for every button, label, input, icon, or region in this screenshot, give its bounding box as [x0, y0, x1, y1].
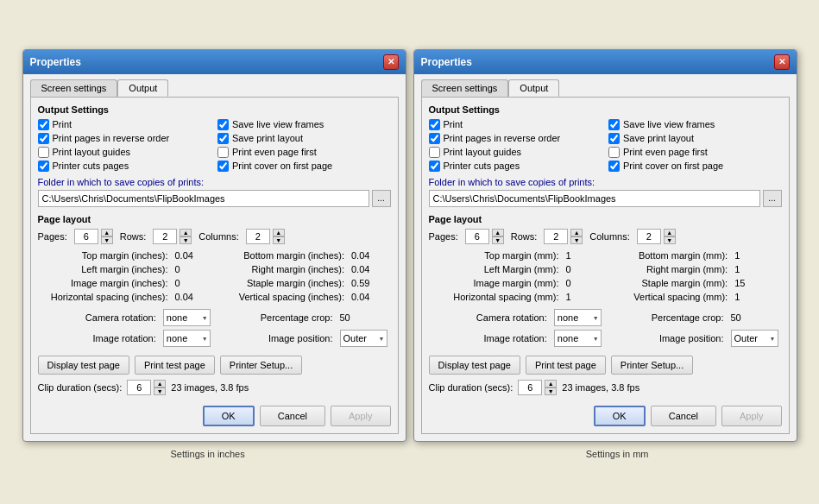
left-ok-button[interactable]: OK	[203, 406, 255, 426]
left-pct-crop-label: Percentage crop:	[214, 307, 337, 328]
right-tab-output[interactable]: Output	[508, 79, 559, 97]
right-checkbox-even-page-label: Print even page first	[623, 147, 708, 157]
left-checkbox-even-page-input[interactable]	[217, 147, 229, 158]
left-folder-label: Folder in which to save copies of prints…	[38, 177, 391, 187]
right-pages-input[interactable]	[465, 229, 489, 244]
left-checkbox-reverse-input[interactable]	[38, 133, 49, 144]
right-checkbox-print-input[interactable]	[429, 119, 440, 130]
left-image-position-select[interactable]: Outer	[340, 330, 387, 347]
right-rows-down[interactable]: ▼	[570, 236, 583, 244]
left-clip-input[interactable]	[127, 380, 151, 395]
right-checkbox-save-print-input[interactable]	[608, 133, 620, 144]
right-image-rotation-select[interactable]: none	[554, 330, 602, 347]
right-hspacing-label: Horizontal spacing (mm):	[429, 290, 563, 304]
right-columns-up[interactable]: ▲	[664, 229, 676, 236]
left-columns-input[interactable]	[246, 229, 270, 244]
left-image-rotation-wrapper: none	[163, 330, 211, 347]
left-cancel-button[interactable]: Cancel	[260, 406, 325, 426]
left-right-margin-label: Right margin (inches):	[214, 262, 348, 276]
right-bottom-btns: OK Cancel Apply	[429, 402, 782, 426]
left-checkbox-save-print-input[interactable]	[217, 133, 229, 144]
right-clip-down[interactable]: ▼	[545, 387, 557, 395]
right-checkbox-cover-input[interactable]	[608, 161, 620, 172]
right-columns-down[interactable]: ▼	[664, 236, 676, 244]
left-rows-spinner: ▲ ▼	[153, 229, 192, 244]
left-checkbox-save-live-label: Save live view frames	[232, 119, 324, 129]
right-output-settings-title: Output Settings	[429, 104, 782, 115]
right-options-table: Camera rotation: none Percentage crop: 5…	[429, 307, 782, 349]
left-tab-screen-settings[interactable]: Screen settings	[30, 79, 118, 97]
right-checkbox-layout-guides-input[interactable]	[429, 147, 440, 158]
left-bottom-margin-value: 0.04	[348, 249, 391, 262]
right-checkbox-printer-cuts-input[interactable]	[429, 161, 440, 172]
left-folder-input[interactable]	[38, 190, 369, 207]
left-tab-row: Screen settings Output	[30, 79, 399, 97]
right-camera-rotation-select[interactable]: none	[554, 309, 602, 326]
right-printer-setup-button[interactable]: Printer Setup...	[611, 356, 693, 375]
right-checkbox-save-live-label: Save live view frames	[623, 119, 715, 129]
left-rows-label: Rows:	[120, 231, 147, 242]
right-cancel-button[interactable]: Cancel	[651, 406, 716, 426]
left-checkbox-cover-label: Print cover on first page	[232, 161, 332, 171]
left-checkbox-cover-input[interactable]	[217, 161, 229, 172]
left-printer-setup-button[interactable]: Printer Setup...	[220, 356, 302, 375]
left-clip-down[interactable]: ▼	[154, 387, 166, 395]
left-dialog-content: Screen settings Output Output Settings P…	[23, 74, 406, 441]
left-top-margin-value: 0.04	[172, 249, 215, 262]
right-display-test-button[interactable]: Display test page	[429, 356, 520, 375]
left-columns-up[interactable]: ▲	[273, 229, 285, 236]
left-apply-button[interactable]: Apply	[331, 406, 391, 426]
right-checkbox-save-live-input[interactable]	[608, 119, 620, 130]
left-folder-browse-button[interactable]: ...	[372, 190, 391, 207]
left-image-rotation-select[interactable]: none	[163, 330, 211, 347]
left-pages-label: Pages:	[38, 231, 67, 242]
right-clip-up[interactable]: ▲	[545, 380, 557, 387]
right-checkbox-reverse-input[interactable]	[429, 133, 440, 144]
right-checkbox-layout-guides: Print layout guides	[429, 147, 602, 158]
left-clip-up[interactable]: ▲	[154, 380, 166, 387]
right-pages-down[interactable]: ▼	[492, 236, 504, 244]
left-pages-up[interactable]: ▲	[101, 229, 113, 236]
left-rows-down[interactable]: ▼	[180, 236, 192, 244]
right-action-row: Display test page Print test page Printe…	[429, 356, 782, 375]
left-camera-rotation-select[interactable]: none	[163, 309, 211, 326]
left-pages-input[interactable]	[74, 229, 98, 244]
right-rows-arrows: ▲ ▼	[570, 229, 583, 244]
right-camera-rotation-label: Camera rotation:	[429, 307, 551, 328]
right-apply-button[interactable]: Apply	[721, 406, 782, 426]
right-top-margin-value: 1	[563, 249, 598, 262]
left-checkbox-printer-cuts-input[interactable]	[38, 161, 49, 172]
left-display-test-button[interactable]: Display test page	[38, 356, 129, 375]
left-checkbox-save-live-input[interactable]	[217, 119, 229, 130]
right-folder-input[interactable]	[429, 190, 760, 207]
right-image-position-select[interactable]: Outer	[731, 330, 778, 347]
right-pages-up[interactable]: ▲	[492, 229, 504, 236]
left-rows-input[interactable]	[153, 229, 177, 244]
right-clip-input[interactable]	[518, 380, 542, 395]
left-checkbox-print-input[interactable]	[38, 119, 49, 130]
right-rows-input[interactable]	[544, 229, 568, 244]
left-image-position-cell: Outer	[337, 328, 391, 349]
left-left-margin-value: 0	[172, 262, 215, 276]
right-close-button[interactable]: ✕	[774, 54, 790, 70]
table-row: Image margin (mm): 0 Staple margin (mm):…	[429, 276, 782, 290]
left-columns-down[interactable]: ▼	[273, 236, 285, 244]
left-top-margin-label: Top margin (inches):	[38, 249, 172, 262]
left-staple-margin-value: 0.59	[348, 276, 391, 290]
right-columns-input[interactable]	[637, 229, 661, 244]
right-tab-screen-settings[interactable]: Screen settings	[421, 79, 509, 97]
table-row: Horizontal spacing (inches): 0.04 Vertic…	[38, 290, 391, 304]
right-image-rotation-cell: none	[551, 328, 605, 349]
right-checkbox-printer-cuts-label: Printer cuts pages	[444, 161, 520, 171]
left-rows-up[interactable]: ▲	[180, 229, 192, 236]
left-checkbox-layout-guides-input[interactable]	[38, 147, 49, 158]
right-print-test-button[interactable]: Print test page	[526, 356, 606, 375]
left-print-test-button[interactable]: Print test page	[135, 356, 215, 375]
left-close-button[interactable]: ✕	[383, 54, 399, 70]
right-rows-up[interactable]: ▲	[570, 229, 583, 236]
right-checkbox-even-page-input[interactable]	[608, 147, 620, 158]
left-pages-down[interactable]: ▼	[101, 236, 113, 244]
right-folder-browse-button[interactable]: ...	[763, 190, 782, 207]
right-ok-button[interactable]: OK	[594, 406, 646, 426]
left-tab-output[interactable]: Output	[117, 79, 168, 97]
